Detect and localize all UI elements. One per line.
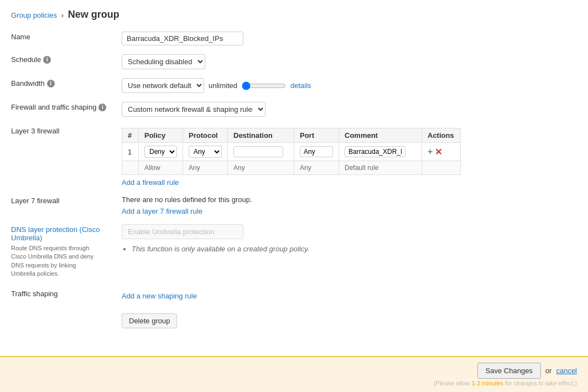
cancel-link[interactable]: cancel [556,367,577,375]
layer3-section: # Policy Protocol Destination Port Comme… [122,128,577,187]
bandwidth-details-link[interactable]: details [290,81,311,90]
schedule-info-icon[interactable]: i [43,56,51,64]
delete-group-button[interactable]: Delete group [122,313,177,328]
save-changes-button[interactable]: Save Changes [477,363,541,379]
or-text: or [545,367,552,375]
bandwidth-select[interactable]: Use network default [122,78,204,93]
breadcrumb: Group policies › New group [11,9,577,20]
default-destination: Any [228,161,294,175]
default-policy: Allow [139,161,183,175]
schedule-row: Schedule i Scheduling disabled [11,50,577,74]
bottom-note: (Please allow 1-2 minutes for changes to… [434,380,577,386]
firewall-info-icon[interactable]: i [98,104,106,111]
default-comment: Default rule [339,161,422,175]
default-port: Any [294,161,339,175]
layer7-no-rules: There are no rules defined for this grou… [122,195,252,204]
default-rule-row: Allow Any Any Any Default rule [122,161,461,175]
page-title: New group [68,9,119,20]
layer7-row: Layer 7 firewall There are no rules defi… [11,191,577,220]
dns-row: DNS layer protection (Cisco Umbrella) Ro… [11,220,577,284]
add-shaping-rule-link[interactable]: Add a new shaping rule [122,292,197,300]
col-destination: Destination [228,128,294,143]
bandwidth-slider[interactable] [242,81,286,90]
dns-label-area: DNS layer protection (Cisco Umbrella) Ro… [11,225,116,278]
add-layer7-rule-link[interactable]: Add a layer 7 firewall rule [122,207,202,215]
bandwidth-row: Bandwidth i Use network default unlimite… [11,74,577,97]
col-policy: Policy [139,128,183,143]
bandwidth-label: Bandwidth [11,79,45,87]
bandwidth-unlimited: unlimited [209,81,237,90]
name-input[interactable] [122,32,243,45]
dns-content: Enable Umbrella protection This function… [122,224,577,253]
bottom-bar: Save Changes or cancel (Please allow 1-2… [0,356,588,392]
firewall-table: # Policy Protocol Destination Port Comme… [122,128,461,175]
form-table: Name Schedule i Scheduling disabled [11,27,577,362]
delete-group-row: Delete group [11,305,577,362]
bandwidth-info-icon[interactable]: i [47,80,55,87]
rule-protocol-select[interactable]: Any TCP UDP ICMP [189,146,222,158]
bottom-actions-row: Save Changes or cancel [477,363,577,379]
bandwidth-slider-area [242,81,286,90]
dns-function-note: This function is only available on a cre… [132,245,577,253]
firewall-shaping-label: Firewall and traffic shaping [11,103,96,111]
layer3-row: Layer 3 firewall # Policy Protocol Desti… [11,121,577,191]
traffic-shaping-label: Traffic shaping [11,284,122,305]
traffic-shaping-content: Add a new shaping rule [122,288,577,300]
dns-description: Route DNS requests through Cisco Umbrell… [11,244,100,278]
layer3-label: Layer 3 firewall [11,121,122,191]
add-firewall-rule-link[interactable]: Add a firewall rule [122,178,179,187]
add-rule-icon[interactable]: + [428,147,433,157]
remove-rule-icon[interactable]: ✕ [435,147,442,157]
firewall-rule-row: 1 Deny Allow A [122,143,461,161]
bottom-bar-inner: Save Changes or cancel (Please allow 1-2… [434,363,577,386]
default-actions [422,161,461,175]
name-label: Name [11,27,122,50]
dns-label: DNS layer protection (Cisco Umbrella) [11,225,100,242]
traffic-shaping-row: Traffic shaping Add a new shaping rule [11,284,577,305]
col-actions: Actions [422,128,461,143]
firewall-header-row: # Policy Protocol Destination Port Comme… [122,128,461,143]
rule-actions: + ✕ [428,147,455,157]
breadcrumb-separator: › [61,11,64,19]
name-row: Name [11,27,577,50]
firewall-shaping-select[interactable]: Custom network firewall & shaping rules [122,102,266,117]
schedule-select[interactable]: Scheduling disabled [122,54,205,69]
schedule-label: Schedule [11,55,41,64]
rule-port-input[interactable] [300,146,333,157]
rule-comment-input[interactable] [345,146,405,157]
highlight-minutes: 1-2 minutes [471,380,503,386]
firewall-shaping-row: Firewall and traffic shaping i Custom ne… [11,97,577,121]
dns-function-note-list: This function is only available on a cre… [132,245,577,253]
col-hash: # [122,128,139,143]
umbrella-enable-label: Enable Umbrella protection [122,224,243,239]
rule-num: 1 [122,143,139,161]
col-port: Port [294,128,339,143]
col-protocol: Protocol [183,128,228,143]
layer7-content: There are no rules defined for this grou… [122,195,577,215]
layer7-label: Layer 7 firewall [11,191,122,220]
page-container: Group policies › New group Name Schedule… [0,0,588,370]
rule-policy-select[interactable]: Deny Allow [144,146,177,158]
breadcrumb-link[interactable]: Group policies [11,11,57,19]
default-num [122,161,139,175]
col-comment: Comment [339,128,422,143]
rule-destination-input[interactable] [233,146,283,157]
default-protocol: Any [183,161,228,175]
